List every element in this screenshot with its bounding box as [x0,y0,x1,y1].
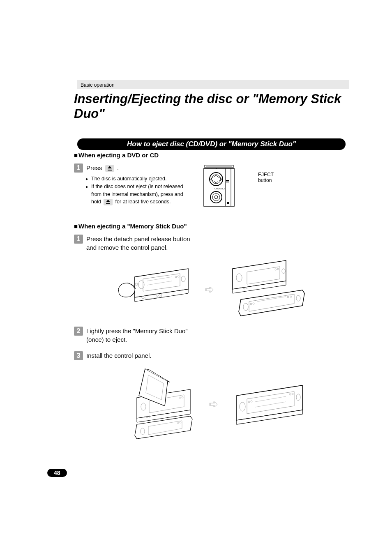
device-svg-panel-attached [114,260,196,318]
step-columns: 1 Press . The disc is automatically ejec… [74,164,349,210]
step-number-badge: 1 [74,235,83,244]
eject-icon [104,199,113,205]
step1a-prefix: Press [86,164,104,171]
diagram-install-panel: ➪ [74,367,349,441]
device-svg-installing [114,367,201,441]
arrow-icon: ➪ [209,397,218,411]
callout-label: EJECT button [258,172,274,184]
svg-point-9 [212,193,220,201]
diagram-remove-panel: ➪ [74,258,349,320]
section-label: Basic operation [81,82,115,88]
step-number-badge: 3 [74,351,83,360]
step-text: Press the detach panel release button an… [86,235,197,252]
manual-page: Basic operation Inserting/Ejecting the d… [0,0,392,441]
page-footer: 48 [47,469,67,477]
topic-header-pill: How to eject disc (CD/DVD) or "Memory St… [77,138,346,150]
svg-point-6 [212,175,221,184]
step-row: 3 Install the control panel. [74,351,197,360]
step-row: 1 Press the detach panel release button … [74,235,197,252]
step-text: Install the control panel. [86,351,197,360]
svg-point-8 [210,191,222,203]
bullet-list: The disc is automatically ejected. If th… [74,175,193,206]
step-number-badge: 1 [74,164,83,173]
step-text: Press . [86,164,193,172]
eject-icon [105,165,114,172]
step-row: 1 Press . [74,164,193,173]
section-header-bar: Basic operation [77,80,349,89]
device-front-svg: OPEN/TILT [201,164,242,209]
svg-rect-14 [226,182,229,182]
step-row: 2 Lightly press the "Memory Stick Duo" (… [74,327,197,344]
arrow-icon: ➪ [205,283,214,296]
subheading-eject-memory-stick: When ejecting a "Memory Stick Duo" [74,223,349,230]
step-number-badge: 2 [74,327,83,336]
page-title: Inserting/Ejecting the disc or "Memory S… [74,92,349,121]
device-svg-assembled [226,381,309,426]
eject-button-diagram: OPEN/TILT EJECT button [201,164,242,209]
svg-point-10 [214,196,218,199]
svg-rect-13 [226,180,229,181]
list-item: If the disc does not eject (is not relea… [86,183,193,206]
list-item: The disc is automatically ejected. [86,175,193,183]
device-svg-panel-detached [222,258,309,320]
svg-point-11 [227,202,229,204]
page-number-badge: 48 [47,469,67,477]
bullet2-suffix: for at least five seconds. [114,199,171,205]
step-text: Lightly press the "Memory Stick Duo" (on… [86,327,197,344]
step1a-suffix: . [115,164,119,171]
callout-line [236,176,256,176]
svg-text:OPEN/TILT: OPEN/TILT [214,187,225,190]
subheading-eject-dvd-cd: When ejecting a DVD or CD [74,152,349,159]
